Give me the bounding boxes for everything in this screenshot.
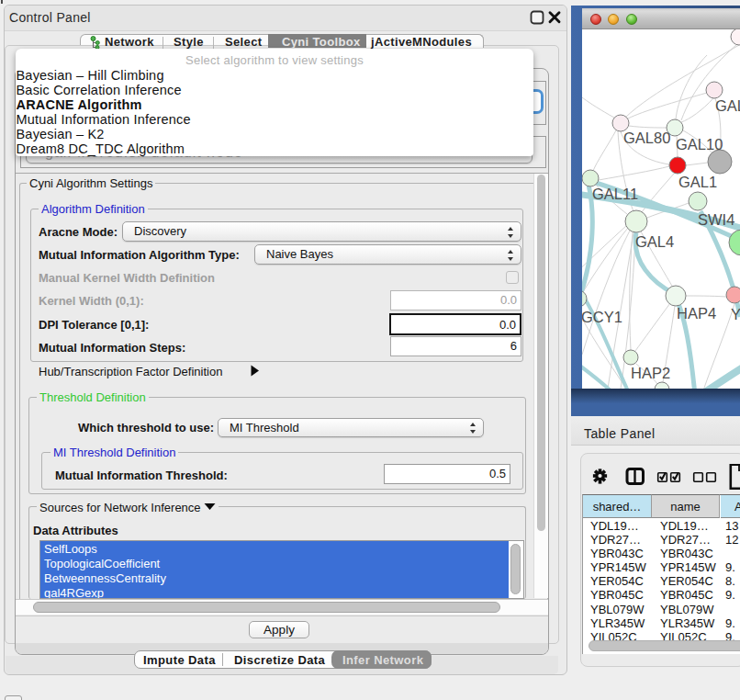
svg-text:GAL11: GAL11 <box>592 186 638 202</box>
svg-text:HAP2: HAP2 <box>631 365 670 381</box>
svg-text:HAP4: HAP4 <box>677 305 716 322</box>
svg-text:GAL7: GAL7 <box>715 97 740 114</box>
svg-text:GAL1: GAL1 <box>678 174 717 190</box>
svg-text:GAL80: GAL80 <box>623 130 670 146</box>
svg-text:Y: Y <box>731 306 740 322</box>
svg-text:GAL4: GAL4 <box>635 233 674 250</box>
svg-text:SWI4: SWI4 <box>698 211 734 228</box>
svg-text:GCY1: GCY1 <box>582 309 622 325</box>
svg-text:GAL10: GAL10 <box>676 136 723 152</box>
